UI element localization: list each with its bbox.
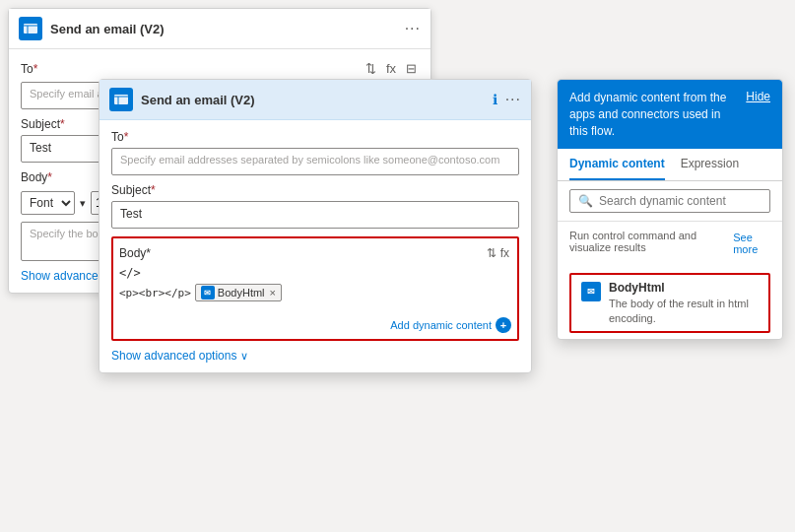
tab-dynamic-content[interactable]: Dynamic content: [569, 149, 665, 180]
fg-to-row: To*: [111, 130, 519, 144]
tab-expression[interactable]: Expression: [681, 149, 739, 180]
bg-to-row: To* ⇅ fx ⊟: [21, 59, 419, 78]
bg-font-select[interactable]: Font: [21, 191, 75, 215]
fg-card-header: Send an email (V2) ℹ ···: [99, 80, 531, 120]
dynamic-search-input[interactable]: [599, 194, 762, 208]
dynamic-panel: Add dynamic content from the apps and co…: [557, 79, 783, 340]
bg-card-title: Send an email (V2): [50, 22, 397, 36]
fg-to-input[interactable]: Specify email addresses separated by sem…: [111, 148, 519, 175]
fg-show-advanced[interactable]: Show advanced options ∨: [111, 349, 519, 363]
bg-font-dropdown-arrow: ▾: [80, 197, 86, 210]
search-icon: 🔍: [578, 194, 593, 208]
fg-add-dynamic-row: Add dynamic content +: [119, 317, 511, 333]
dynamic-panel-tabs: Dynamic content Expression: [558, 149, 782, 181]
dynamic-item-row: ✉ BodyHtml The body of the result in htm…: [581, 281, 759, 325]
fg-card-title: Send an email (V2): [141, 93, 485, 107]
fg-card-menu[interactable]: ···: [505, 91, 521, 108]
fg-subject-label: Subject*: [111, 183, 519, 197]
fg-to-label: To*: [111, 130, 519, 144]
bg-to-fx-btn[interactable]: fx: [384, 59, 398, 78]
fg-body-chips-row: <p><br></p> ✉ BodyHtml ×: [119, 284, 511, 301]
fg-info-icon[interactable]: ℹ: [493, 92, 497, 107]
fg-chip-close[interactable]: ×: [270, 287, 276, 299]
dynamic-search-area: 🔍: [558, 181, 782, 222]
fg-body-fx-btn[interactable]: fx: [498, 244, 511, 262]
fg-body-code-row: </>: [119, 266, 141, 280]
fg-bodyhtml-chip[interactable]: ✉ BodyHtml ×: [195, 284, 282, 301]
dynamic-panel-hide-btn[interactable]: Hide: [746, 90, 770, 103]
dynamic-section: Run control command and visualize result…: [558, 222, 782, 267]
fg-html-code: <p><br></p>: [119, 287, 191, 299]
fg-subject-input[interactable]: Test: [111, 201, 519, 229]
bg-to-label: To*: [21, 62, 358, 76]
fg-body-container: Body* ⇅ fx </> <p><br></p> ✉ BodyHtml ×: [111, 236, 519, 341]
fg-body-label: Body*: [119, 246, 485, 260]
fg-chip-label: BodyHtml: [218, 287, 265, 299]
dynamic-search-box: 🔍: [569, 189, 770, 213]
dynamic-item-content: BodyHtml The body of the result in html …: [609, 281, 759, 325]
fg-advanced-chevron: ∨: [240, 350, 248, 363]
dynamic-panel-title: Add dynamic content from the apps and co…: [569, 90, 738, 139]
dynamic-section-more[interactable]: See more: [733, 232, 770, 255]
fg-add-dynamic-icon[interactable]: +: [496, 317, 511, 333]
dynamic-bodyhtml-item[interactable]: ✉ BodyHtml The body of the result in htm…: [569, 273, 770, 333]
fg-body-content[interactable]: </> <p><br></p> ✉ BodyHtml ×: [119, 266, 511, 315]
fg-body-code-text: </>: [119, 266, 141, 280]
fg-header-right: ℹ ···: [493, 91, 521, 108]
foreground-card: Send an email (V2) ℹ ··· To* Specify ema…: [99, 79, 532, 373]
dynamic-panel-header: Add dynamic content from the apps and co…: [558, 80, 782, 149]
fg-body-header: Body* ⇅ fx: [119, 244, 511, 262]
bg-to-filter-btn[interactable]: ⇅: [364, 59, 378, 78]
fg-card-body: To* Specify email addresses separated by…: [99, 120, 531, 372]
bg-to-split-btn[interactable]: ⊟: [404, 59, 419, 78]
dynamic-item-desc: The body of the result in html encoding.: [609, 297, 759, 325]
fg-chip-icon: ✉: [201, 286, 215, 299]
bg-card-header: Send an email (V2) ···: [9, 9, 431, 49]
dynamic-section-title: Run control command and visualize result…: [569, 230, 733, 253]
fg-body-filter-btn[interactable]: ⇅: [485, 244, 498, 262]
bg-card-menu[interactable]: ···: [405, 20, 421, 37]
bg-card-icon: [19, 17, 42, 40]
dynamic-item-name: BodyHtml: [609, 281, 759, 295]
dynamic-item-icon: ✉: [581, 282, 601, 301]
dynamic-section-row: Run control command and visualize result…: [569, 230, 770, 257]
fg-card-icon: [109, 88, 133, 111]
fg-add-dynamic-link[interactable]: Add dynamic content: [390, 319, 492, 331]
